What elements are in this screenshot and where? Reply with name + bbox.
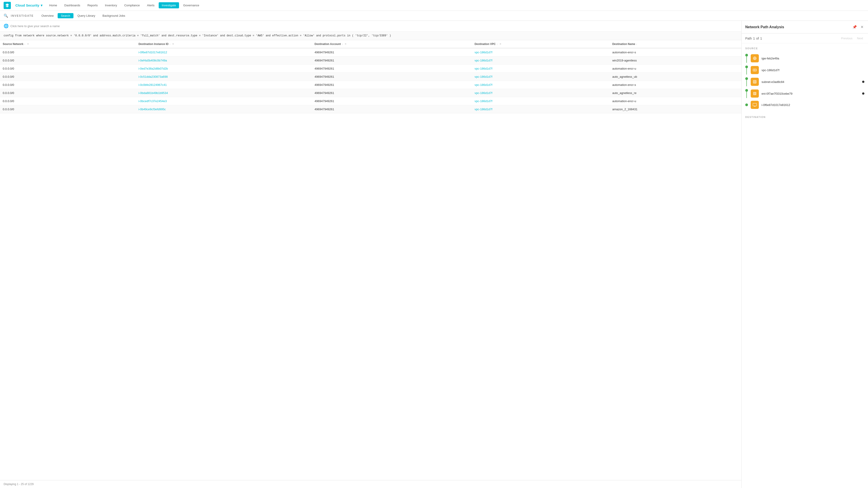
path-total: 1	[760, 37, 762, 40]
nav-reports[interactable]: Reports	[84, 2, 101, 8]
node-line-eni	[746, 92, 747, 98]
path-nodes: igw-feb2e49a vpc-186d1d7f	[745, 53, 864, 110]
nav-home[interactable]: Home	[46, 2, 60, 8]
cell-dest-account: 496947949261	[312, 57, 472, 65]
panel-header: Network Path Analysis 📌 ✕	[742, 21, 868, 33]
cell-source-network: 0.0.0.0/0	[0, 97, 136, 105]
tab-overview[interactable]: Overview	[38, 13, 57, 18]
cell-dest-instance-id[interactable]: i-0f6e87d1017e81612	[136, 48, 312, 57]
close-button[interactable]: ✕	[860, 24, 864, 30]
path-node-vpc: vpc-186d1d7f	[745, 64, 864, 76]
cell-dest-instance-id[interactable]: i-0ed7e38a2d8b07d2b	[136, 65, 312, 73]
node-connector-vpc	[745, 66, 748, 74]
tab-query-library[interactable]: Query Library	[74, 13, 98, 18]
display-count: Displaying 1 - 25 of 1229	[4, 483, 34, 486]
node-label-vpc: vpc-186d1d7f	[762, 68, 779, 72]
cell-dest-vpc[interactable]: vpc-186d1d7f	[472, 65, 610, 73]
nav-investigate[interactable]: Investigate	[159, 2, 179, 8]
col-destination-vpc[interactable]: Destination VPC ↕ ⠿	[472, 40, 610, 48]
brand-button[interactable]: Cloud Security ▾	[13, 2, 44, 8]
node-icon-eni	[751, 90, 759, 98]
tab-search[interactable]: Search	[58, 13, 73, 18]
cell-dest-account: 496947949261	[312, 89, 472, 97]
drag-handle-dest-vpc[interactable]: ⠿	[500, 43, 501, 45]
cell-dest-vpc[interactable]: vpc-186d1d7f	[472, 105, 610, 113]
source-section-label: SOURCE	[745, 47, 864, 50]
cell-dest-vpc[interactable]: vpc-186d1d7f	[472, 57, 610, 65]
cell-source-network: 0.0.0.0/0	[0, 81, 136, 89]
cell-source-network: 0.0.0.0/0	[0, 48, 136, 57]
sort-icon-dest-vpc: ↕	[497, 43, 498, 45]
node-icon-vpc	[751, 66, 759, 74]
cell-dest-vpc[interactable]: vpc-186d1d7f	[472, 97, 610, 105]
nav-inventory[interactable]: Inventory	[102, 2, 120, 8]
node-connector-instance	[745, 103, 748, 106]
cell-dest-account: 496947949261	[312, 97, 472, 105]
cell-dest-name: automation-encr-s	[610, 48, 741, 57]
sub-navigation: 🔍 INVESTIGATE Overview Search Query Libr…	[0, 11, 868, 21]
results-table: Source Network ↕ ⠿ Destination Instance …	[0, 40, 741, 113]
node-line-subnet	[746, 80, 747, 86]
cell-dest-vpc[interactable]: vpc-186d1d7f	[472, 89, 610, 97]
network-path-panel: Network Path Analysis 📌 ✕ Path 1 of 1 Pr…	[741, 21, 868, 488]
col-destination-instance-id[interactable]: Destination Instance ID ↕ ⠿	[136, 40, 312, 48]
col-destination-name[interactable]: Destination Name ↕	[610, 40, 741, 48]
table-row: 0.0.0.0/0i-0f6e87d1017e81612496947949261…	[0, 48, 741, 57]
cell-dest-vpc[interactable]: vpc-186d1d7f	[472, 81, 610, 89]
node-dot-eni	[745, 89, 748, 92]
left-content: 🌐 Click here to give your search a name …	[0, 21, 741, 488]
path-of: of	[756, 37, 759, 40]
cell-dest-instance-id[interactable]: i-0bcedf7c37e2454e3	[136, 97, 312, 105]
node-line-vpc	[746, 68, 747, 74]
panel-title: Network Path Analysis	[745, 25, 784, 29]
node-dot-subnet	[745, 77, 748, 80]
drag-handle-source[interactable]: ⠿	[27, 43, 29, 45]
previous-button[interactable]: Previous	[840, 36, 854, 40]
tab-background-jobs[interactable]: Background Jobs	[99, 13, 128, 18]
col-destination-account[interactable]: Destination Account ↕ ⠿	[312, 40, 472, 48]
path-navigation: Path 1 of 1 Previous Next	[742, 33, 868, 43]
cell-dest-instance-id[interactable]: i-0ef4a5b408c0b749a	[136, 57, 312, 65]
svg-rect-6	[753, 92, 756, 95]
pin-button[interactable]: 📌	[851, 24, 858, 30]
node-dot-igw	[745, 54, 748, 57]
cell-dest-instance-id[interactable]: i-0b49ce9cf3efd995c	[136, 105, 312, 113]
search-name-placeholder[interactable]: Click here to give your search a name	[10, 24, 60, 28]
nav-compliance[interactable]: Compliance	[121, 2, 143, 8]
svg-rect-5	[753, 80, 756, 83]
query-box[interactable]: config from network where source.network…	[0, 31, 741, 40]
cell-dest-instance-id[interactable]: i-0bda881b49b1b9534	[136, 89, 312, 97]
node-connector-igw	[745, 54, 748, 63]
nav-alerts[interactable]: Alerts	[144, 2, 158, 8]
path-node-igw: igw-feb2e49a	[745, 53, 864, 64]
cell-source-network: 0.0.0.0/0	[0, 105, 136, 113]
node-label-igw: igw-feb2e49a	[762, 57, 779, 60]
search-name-bar: 🌐 Click here to give your search a name	[0, 21, 741, 31]
sort-icon-dest-id: ↕	[169, 43, 170, 45]
col-source-network[interactable]: Source Network ↕ ⠿	[0, 40, 136, 48]
drag-handle-dest-id[interactable]: ⠿	[172, 43, 174, 45]
cell-dest-vpc[interactable]: vpc-186d1d7f	[472, 73, 610, 81]
cell-dest-name: auto_agnetless_re	[610, 89, 741, 97]
nav-governance[interactable]: Governance	[180, 2, 202, 8]
cell-dest-vpc[interactable]: vpc-186d1d7f	[472, 48, 610, 57]
results-table-area: Source Network ↕ ⠿ Destination Instance …	[0, 40, 741, 480]
node-icon-instance	[751, 101, 759, 109]
cell-dest-instance-id[interactable]: i-0c0bfe28124967c41	[136, 81, 312, 89]
next-button[interactable]: Next	[856, 36, 864, 40]
node-dot-vpc	[745, 66, 748, 68]
node-connector-subnet	[745, 77, 748, 86]
cell-dest-instance-id[interactable]: i-0c51dda230873a698	[136, 73, 312, 81]
drag-handle-dest-acct[interactable]: ⠿	[345, 43, 346, 45]
node-icon-subnet	[751, 78, 759, 86]
main-layout: 🌐 Click here to give your search a name …	[0, 21, 868, 488]
nav-dashboards[interactable]: Dashboards	[61, 2, 84, 8]
sort-icon-dest-acct: ↕	[342, 43, 343, 45]
table-header-row: Source Network ↕ ⠿ Destination Instance …	[0, 40, 741, 48]
main-nav: Home Dashboards Reports Inventory Compli…	[46, 2, 202, 8]
path-label: Path	[745, 37, 752, 40]
cell-dest-name: automation-encr-u	[610, 65, 741, 73]
cell-dest-account: 496947949261	[312, 105, 472, 113]
brand-label: Cloud Security	[16, 3, 39, 7]
node-bullet-eni	[862, 92, 864, 95]
